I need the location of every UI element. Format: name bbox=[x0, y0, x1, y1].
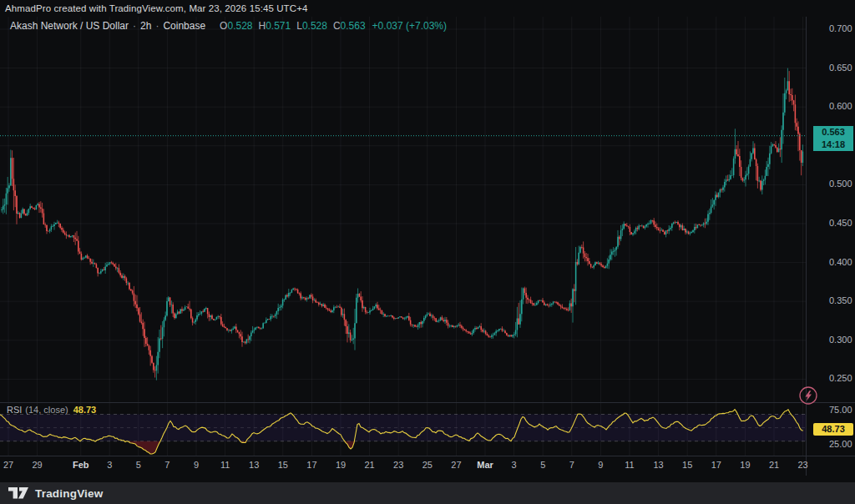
interval-label: 2h bbox=[140, 20, 151, 32]
attribution-text: AhmadPro created with TradingView.com, M… bbox=[5, 3, 307, 13]
boost-lightning-button[interactable] bbox=[798, 386, 818, 406]
bottom-logo-bar: TradingView bbox=[0, 482, 855, 504]
low-value: 0.528 bbox=[302, 20, 327, 32]
tradingview-snapshot: 0.7000.6500.6000.5500.5000.4500.4000.350… bbox=[0, 0, 855, 504]
symbol-legend[interactable]: Akash Network / US Dollar·2h·CoinbaseO0.… bbox=[10, 20, 447, 32]
exchange-label: Coinbase bbox=[163, 20, 205, 32]
ohlc-values: O0.528H0.571L0.528C0.563+0.037 (+7.03%) bbox=[214, 20, 447, 32]
price-badge-value: 0.563 bbox=[813, 126, 853, 139]
rsi-title: RSI bbox=[7, 405, 22, 415]
current-price-badge: 0.563 14:18 bbox=[813, 126, 853, 151]
low-label: L bbox=[296, 20, 302, 32]
symbol-title[interactable]: Akash Network / US Dollar bbox=[10, 20, 129, 32]
legend-separator: · bbox=[133, 20, 136, 32]
price-badge-countdown: 14:18 bbox=[813, 139, 853, 151]
tradingview-logo-icon[interactable] bbox=[8, 487, 28, 499]
high-label: H bbox=[258, 20, 266, 32]
rsi-current-value: 48.73 bbox=[73, 405, 97, 415]
chart-canvas[interactable]: 0.7000.6500.6000.5500.5000.4500.4000.350… bbox=[0, 0, 855, 482]
close-value: 0.563 bbox=[341, 20, 366, 32]
high-value: 0.571 bbox=[266, 20, 291, 32]
close-label: C bbox=[333, 20, 341, 32]
rsi-params: (14, close) bbox=[25, 405, 68, 415]
time-axis[interactable] bbox=[0, 456, 807, 476]
rsi-indicator-legend[interactable]: RSI(14, close)48.73 bbox=[7, 405, 96, 415]
change-value: +0.037 (+7.03%) bbox=[372, 20, 447, 32]
legend-separator: · bbox=[155, 20, 159, 32]
open-value: 0.528 bbox=[227, 20, 252, 32]
lightning-icon bbox=[798, 386, 818, 406]
tradingview-logo-text[interactable]: TradingView bbox=[35, 487, 103, 500]
rsi-value-badge: 48.73 bbox=[813, 423, 853, 436]
